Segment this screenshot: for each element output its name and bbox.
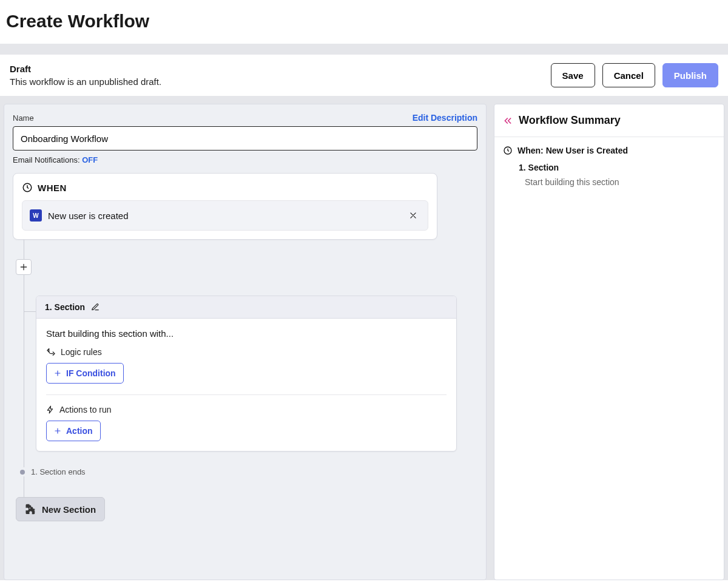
email-notifications-label: Email Notifications: — [13, 155, 80, 164]
save-button[interactable]: Save — [551, 63, 595, 87]
email-notifications-toggle[interactable]: OFF — [82, 155, 98, 164]
connector-line-4 — [24, 476, 477, 497]
connector-line-2 — [24, 275, 477, 296]
add-action-button[interactable]: Action — [46, 421, 101, 441]
section-spine — [13, 296, 36, 452]
separator-band — [0, 44, 728, 55]
section-prompt: Start building this section with... — [46, 328, 447, 339]
draft-subtext: This workflow is an unpublished draft. — [10, 76, 544, 87]
lightning-icon — [46, 405, 55, 415]
logic-rules-heading: Logic rules — [46, 347, 447, 357]
name-field-label: Name — [13, 113, 34, 123]
separator-band-2 — [0, 96, 728, 104]
trigger-icon — [22, 182, 33, 193]
when-card: WHEN W New user is created — [13, 173, 437, 240]
section-end-dot — [20, 470, 25, 475]
puzzle-icon — [25, 504, 36, 515]
actions-heading: Actions to run — [46, 405, 447, 415]
draft-label: Draft — [10, 64, 544, 74]
add-if-condition-button[interactable]: IF Condition — [46, 363, 124, 384]
summary-when-line: When: New User is Created — [517, 146, 628, 155]
trigger-row[interactable]: W New user is created — [22, 200, 428, 231]
section-card: 1. Section Start building this section w… — [36, 296, 457, 452]
summary-section-label[interactable]: 1. Section — [519, 163, 715, 172]
workflow-canvas: Name Edit Description Email Notification… — [4, 104, 487, 580]
email-notifications-row: Email Notifications: OFF — [13, 155, 477, 164]
add-step-button[interactable] — [16, 259, 32, 275]
trigger-app-icon: W — [30, 209, 42, 222]
page-title: Create Workflow — [0, 0, 728, 44]
trigger-label: New user is created — [48, 211, 400, 221]
connector-line — [24, 240, 477, 259]
summary-section-subtext: Start building this section — [525, 177, 715, 187]
publish-button[interactable]: Publish — [662, 63, 718, 87]
summary-title: Workflow Summary — [519, 114, 621, 127]
cancel-button[interactable]: Cancel — [602, 63, 655, 87]
edit-section-icon[interactable] — [91, 303, 99, 311]
connector-line-3 — [24, 452, 477, 467]
clock-icon — [503, 146, 513, 155]
section-title: 1. Section — [45, 302, 85, 312]
new-section-button[interactable]: New Section — [16, 497, 105, 521]
edit-description-link[interactable]: Edit Description — [413, 113, 477, 123]
branch-icon — [46, 347, 56, 357]
workflow-name-input[interactable] — [13, 126, 477, 151]
section-divider — [46, 394, 447, 395]
when-heading: WHEN — [38, 183, 67, 193]
section-ends-label: 1. Section ends — [31, 467, 86, 476]
collapse-sidebar-icon[interactable] — [503, 116, 513, 126]
summary-sidebar: Workflow Summary When: New User is Creat… — [494, 104, 724, 580]
section-header[interactable]: 1. Section — [36, 296, 456, 319]
remove-trigger-button[interactable] — [406, 208, 420, 223]
status-bar: Draft This workflow is an unpublished dr… — [0, 55, 728, 96]
